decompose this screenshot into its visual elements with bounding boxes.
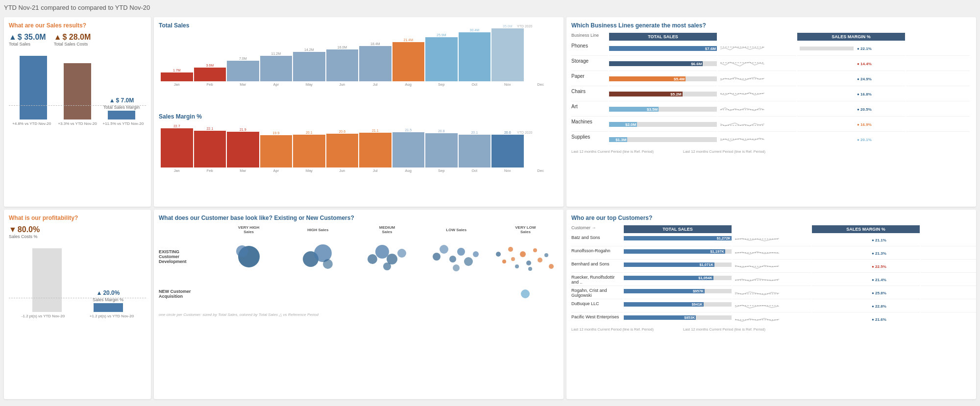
bar-total-costs: [64, 63, 91, 119]
total-sales-value: $ 35.0M: [18, 33, 46, 42]
bl-supplies-name: Supplies: [571, 133, 608, 146]
customer-base-panel: What does our Customer base look like? E…: [154, 210, 564, 399]
cust-batz-margin: ● 21.1%: [812, 234, 920, 246]
total-sales-panel: Total Sales 1.7M Jan 3.6M Feb: [154, 17, 564, 207]
svg-point-14: [368, 254, 377, 264]
bubble-existing-very-high: [216, 237, 282, 276]
top-customers-panel: Who are our top Customers? Customer → TO…: [566, 210, 976, 399]
cust-rogahn-margin: ● 25.8%: [812, 287, 920, 299]
svg-point-18: [383, 263, 391, 270]
business-lines-title: Which Business Lines generate the most s…: [571, 22, 971, 29]
cust-rogahn-sparkline: [733, 287, 811, 299]
bubble-existing-very-low: [492, 237, 559, 276]
bubble-new-low: [423, 279, 490, 309]
cust-sales-margin-header: SALES MARGIN %: [812, 225, 920, 233]
sales-margin-pct-value: 20.0%: [103, 289, 120, 296]
cust-bernhard-name: Bernhard and Sons: [571, 261, 623, 273]
svg-point-27: [502, 260, 506, 263]
svg-point-37: [528, 267, 532, 271]
bar-col-margin: ▲ $ 7.0M Total Sales Margin: [102, 97, 141, 119]
bl-machines-bar: $2.0M: [609, 118, 717, 132]
sub-metric-1: +4.8% vs YTD Nov-20: [9, 121, 54, 126]
cust-runolfsson-margin: ● 21.3%: [812, 247, 920, 260]
svg-point-24: [473, 251, 479, 257]
cust-batz-sparkline: [733, 234, 811, 246]
bl-machines-sparkline: [718, 118, 796, 132]
dashboard-header: YTD Nov-21 compared to compared to YTD N…: [4, 4, 976, 14]
cust-ruecker-name: Ruecker, Runolfsdottir and ..: [571, 274, 623, 286]
bl-sales-margin-header: SALES MARGIN %: [797, 33, 905, 41]
cust-runolfsson-bar: $1,197K: [624, 247, 732, 260]
total-costs-value: $ 28.0M: [63, 33, 91, 42]
new-customer-label: NEW CustomerAcquisition: [159, 289, 213, 299]
bubble-new-very-high: [216, 279, 282, 309]
bl-machines-margin: ● 16.9%: [797, 118, 905, 132]
sales-results-panel: What are our Sales results? ▲ $ 35.0M To…: [4, 17, 151, 207]
svg-point-19: [433, 253, 441, 261]
top-customers-grid: Customer → TOTAL SALES SALES MARGIN % Ba…: [571, 225, 971, 325]
bl-total-sales-legend: Last 12 months Current Period (line is R…: [571, 149, 654, 154]
customer-base-title: What does our Customer base look like? E…: [159, 215, 559, 221]
bar-sep: 25.9M Sep: [425, 33, 458, 87]
cust-ruecker-margin: ● 21.4%: [812, 274, 920, 286]
dashed-line: [9, 105, 146, 106]
bar-total-margin: [108, 111, 135, 119]
ytd-subtitle: compared to: [41, 4, 78, 11]
cust-total-sales-legend: Last 12 months Current Period (line is R…: [571, 327, 654, 332]
svg-point-22: [457, 248, 465, 256]
svg-point-31: [526, 261, 531, 265]
bar-col-costs: [58, 63, 97, 119]
profitability-title: What is our profitability?: [9, 215, 146, 221]
total-sales-bars: 1.7M Jan 3.6M Feb 7.0M Mar: [159, 33, 559, 87]
existing-customer-label: EXISTINGCustomerDevelopment: [159, 249, 213, 264]
bl-supplies-bar: $1.3M: [609, 133, 717, 146]
bl-art-sparkline: [718, 102, 796, 117]
svg-point-17: [397, 249, 406, 258]
total-costs-arrow: ▲: [54, 33, 62, 42]
total-costs-label: Total Sales Costs: [54, 42, 91, 47]
cust-rogahn-bar: $957K: [624, 287, 732, 299]
svg-point-29: [515, 264, 519, 268]
bar-nov: 35.0M Nov YTD 2020: [491, 24, 524, 87]
bar-total-sales: [20, 56, 47, 119]
cust-batz-name: Batz and Sons: [571, 234, 623, 246]
cust-runolfsson-sparkline: [733, 247, 811, 260]
col-header-low: LOW Sales: [423, 228, 490, 232]
cust-rogahn-name: Rogahn, Crist and Gulgowski: [571, 287, 623, 299]
sales-costs-pct-value: 80.0%: [18, 225, 40, 234]
dashboard: YTD Nov-21 compared to compared to YTD N…: [0, 0, 980, 406]
bl-storage-name: Storage: [571, 57, 608, 71]
cust-bernhard-margin: ● 22.5%: [812, 261, 920, 273]
business-lines-grid: Business Line TOTAL SALES SALES MARGIN %…: [571, 33, 971, 146]
sub-metric-3: +11.5% vs YTD Nov-20: [100, 121, 146, 126]
cust-total-sales-header: TOTAL SALES: [624, 225, 732, 233]
bl-chairs-sparkline: [718, 87, 796, 101]
cust-dubuque-name: DuBuque LLC: [571, 300, 623, 312]
bl-art-bar: $3.5M: [609, 102, 717, 117]
col-header-medium: MEDIUMSales: [354, 225, 420, 234]
svg-point-38: [521, 289, 530, 298]
bl-margin-legend: Last 12 months Current Period (line is R…: [683, 149, 765, 154]
total-sales-arrow: ▲: [9, 33, 17, 42]
bl-supplies-margin: ● 20.1%: [797, 133, 905, 146]
bubble-new-high: [285, 279, 351, 309]
bl-phones-name: Phones: [571, 42, 608, 56]
customer-base-note: one circle per Customer: sized by Total …: [159, 312, 559, 317]
bl-chairs-bar: $5.2M: [609, 87, 717, 101]
svg-point-13: [323, 259, 333, 269]
bl-phones-sparkline: [718, 42, 796, 56]
bl-legends: Last 12 months Current Period (line is R…: [571, 149, 971, 154]
total-sales-metric: ▲ $ 35.0M Total Sales: [9, 33, 46, 47]
bl-col-name-header: Business Line: [571, 33, 608, 41]
svg-point-36: [511, 257, 515, 261]
sub-metrics-row: +4.8% vs YTD Nov-20 +3.3% vs YTD Nov-20 …: [9, 121, 146, 126]
metrics-row: ▲ $ 35.0M Total Sales ▲ $ 28.0M Total Sa…: [9, 33, 146, 47]
bl-chairs-margin: ● 16.8%: [797, 87, 905, 101]
cust-pacific-sparkline: [733, 313, 811, 325]
bar-aug: 21.4M Aug: [392, 38, 425, 87]
bubble-existing-low: [423, 237, 490, 276]
svg-point-28: [508, 247, 513, 252]
cust-margin-legend: Last 12 months Current Period (line is R…: [683, 327, 765, 332]
svg-point-30: [520, 251, 526, 257]
bar-jan: 1.7M Jan: [161, 69, 193, 87]
